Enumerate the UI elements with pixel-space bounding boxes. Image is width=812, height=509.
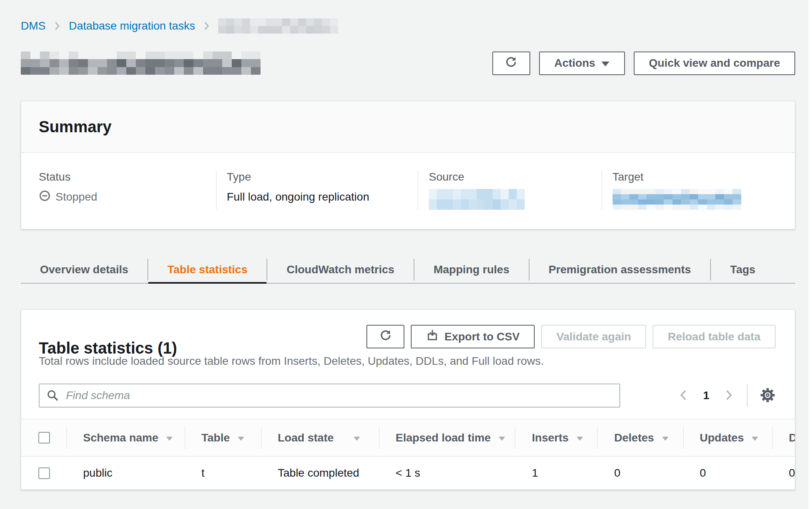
summary-body: Status Stopped Type Full load, ongoing r…: [21, 153, 795, 229]
table-header-row: Schema name Table Load state Elapsed loa…: [21, 419, 795, 457]
sort-icon: [751, 431, 759, 444]
cell-load-state: Table completed: [261, 457, 379, 489]
search-icon: [46, 389, 60, 405]
caret-down-icon: [601, 57, 610, 70]
download-icon: [426, 329, 439, 344]
status-value: Stopped: [39, 189, 216, 205]
actions-button[interactable]: Actions: [539, 52, 625, 75]
page-header: Actions Quick view and compare: [21, 51, 795, 75]
breadcrumb-link-dms[interactable]: DMS: [21, 20, 46, 32]
tab-overview-details[interactable]: Overview details: [21, 256, 147, 283]
summary-title: Summary: [39, 118, 777, 136]
table-row[interactable]: public t Table completed < 1 s 1 0 0 0: [21, 457, 795, 489]
column-header-updates[interactable]: Updates: [683, 420, 772, 456]
status-text: Stopped: [56, 191, 97, 203]
source-label: Source: [429, 171, 601, 183]
type-label: Type: [227, 171, 418, 183]
cell-inserts: 1: [515, 457, 597, 489]
next-page-button[interactable]: [723, 387, 735, 404]
sort-icon: [661, 431, 669, 444]
reload-table-data-button[interactable]: Reload table data: [653, 325, 776, 348]
sort-icon: [576, 431, 584, 444]
column-header-load-state[interactable]: Load state: [261, 420, 379, 456]
column-header-ddls[interactable]: DDLs: [772, 420, 795, 456]
breadcrumb: DMS Database migration tasks: [21, 18, 795, 34]
target-label: Target: [613, 171, 795, 183]
quick-view-compare-button[interactable]: Quick view and compare: [634, 52, 795, 75]
cell-schema-name: public: [66, 457, 185, 489]
summary-field-source: Source: [418, 171, 601, 210]
sort-icon: [498, 431, 506, 444]
cell-updates: 0: [683, 457, 772, 489]
type-value: Full load, ongoing replication: [227, 189, 418, 205]
tab-premigration-assessments[interactable]: Premigration assessments: [529, 256, 710, 283]
stopped-status-icon: [39, 190, 51, 205]
sort-icon: [353, 431, 361, 444]
table-statistics-card: Table statistics (1) Export to CSV Valid…: [21, 309, 795, 490]
row-checkbox[interactable]: [38, 467, 50, 479]
chevron-right-icon: [54, 21, 60, 31]
select-all-checkbox[interactable]: [38, 432, 50, 443]
table-statistics-header: Table statistics (1) Export to CSV Valid…: [21, 310, 795, 348]
task-tabs: Overview details Table statistics CloudW…: [21, 256, 795, 284]
export-csv-button[interactable]: Export to CSV: [411, 325, 535, 348]
column-header-elapsed-load-time[interactable]: Elapsed load time: [379, 420, 515, 456]
refresh-icon: [379, 329, 392, 344]
reload-table-data-label: Reload table data: [668, 330, 760, 343]
find-schema-input[interactable]: [39, 384, 620, 408]
summary-field-status: Status Stopped: [21, 171, 216, 210]
current-page-number: 1: [703, 389, 709, 402]
gear-icon: [760, 387, 776, 404]
summary-card: Summary Status Stopped Type Full load, o…: [21, 101, 795, 229]
summary-field-target: Target: [601, 171, 795, 210]
tab-tags[interactable]: Tags: [711, 256, 774, 283]
refresh-table-button[interactable]: [366, 325, 404, 348]
export-csv-label: Export to CSV: [444, 330, 519, 343]
validate-again-label: Validate again: [556, 330, 631, 343]
cell-deletes: 0: [597, 457, 683, 489]
refresh-button[interactable]: [492, 52, 530, 75]
pager-divider: [747, 384, 748, 407]
previous-page-button[interactable]: [677, 387, 689, 404]
tab-table-statistics[interactable]: Table statistics: [148, 256, 267, 283]
refresh-icon: [505, 56, 517, 71]
cell-ddls: 0: [772, 457, 795, 489]
table-settings-button[interactable]: [760, 387, 776, 404]
scrollbar-track[interactable]: [808, 0, 812, 509]
column-header-schema-name[interactable]: Schema name: [66, 420, 185, 456]
summary-field-type: Type Full load, ongoing replication: [216, 171, 418, 210]
page-title-redacted: [21, 52, 261, 75]
cell-table: t: [185, 457, 261, 489]
column-header-deletes[interactable]: Deletes: [597, 420, 683, 456]
pagination: 1: [677, 384, 776, 407]
chevron-left-icon: [679, 389, 688, 403]
cell-elapsed-load-time: < 1 s: [379, 457, 515, 489]
status-label: Status: [39, 171, 216, 183]
breadcrumb-link-tasks[interactable]: Database migration tasks: [69, 20, 195, 32]
actions-button-label: Actions: [554, 57, 595, 70]
sort-icon: [165, 431, 173, 444]
source-value-redacted[interactable]: [429, 189, 525, 210]
tab-mapping-rules[interactable]: Mapping rules: [414, 256, 529, 283]
chevron-right-icon: [204, 21, 209, 31]
chevron-right-icon: [724, 389, 733, 403]
column-header-inserts[interactable]: Inserts: [515, 420, 597, 456]
column-header-table[interactable]: Table: [185, 420, 261, 456]
table-statistics-table: Schema name Table Load state Elapsed loa…: [21, 419, 795, 489]
breadcrumb-task-name-redacted: [218, 18, 338, 34]
validate-again-button[interactable]: Validate again: [541, 325, 646, 348]
table-statistics-description: Total rows include loaded source table r…: [21, 355, 795, 368]
quick-view-compare-label: Quick view and compare: [649, 57, 780, 70]
tab-cloudwatch-metrics[interactable]: CloudWatch metrics: [267, 256, 414, 283]
sort-icon: [237, 431, 245, 444]
target-value-redacted[interactable]: [613, 189, 741, 210]
table-toolbar: 1: [21, 384, 795, 408]
summary-card-header: Summary: [21, 101, 795, 153]
